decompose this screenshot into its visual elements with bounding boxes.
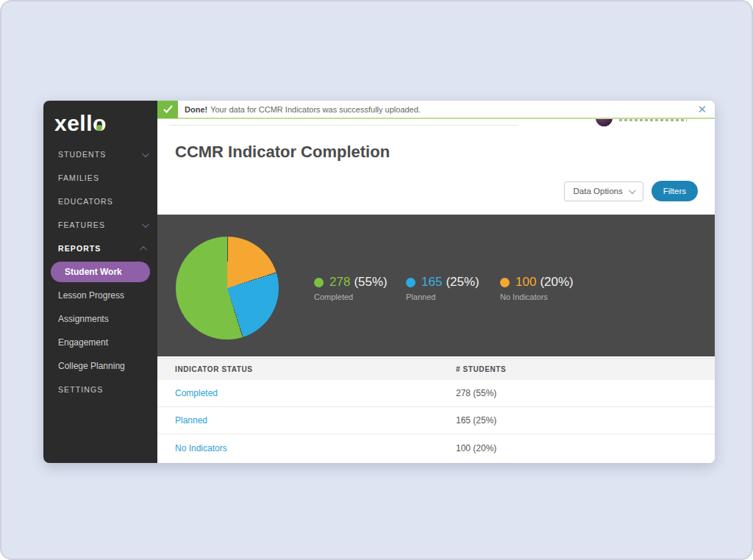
students-count: 278 (55%) [456,388,697,398]
sidebar-item-assignments[interactable]: Assignments [43,307,157,331]
legend-value: 165 [421,275,442,290]
sidebar-item-college-planning[interactable]: College Planning [43,354,157,378]
sidebar-item-engagement[interactable]: Engagement [43,331,157,354]
chevron-down-icon [142,220,149,228]
sidebar-item-settings[interactable]: SETTINGS [43,378,157,401]
app-window: xello STUDENTS FAMILIES EDUCATORS FEATUR… [43,101,715,463]
legend-item-no-indicators: 100 (20%) No Indicators [500,275,574,301]
legend-label: Completed [314,292,388,301]
legend-percent: (25%) [446,275,479,290]
status-link-planned[interactable]: Planned [175,415,456,426]
data-options-button[interactable]: Data Options [564,182,643,201]
desktop-background: xello STUDENTS FAMILIES EDUCATORS FEATUR… [0,0,753,560]
sidebar-item-label: EDUCATORS [58,197,113,206]
legend-dot-blue-icon [406,278,415,287]
sidebar-item-label: Engagement [58,337,108,348]
sidebar-item-reports[interactable]: REPORTS [43,237,157,260]
sidebar-item-label: FEATURES [58,220,105,229]
sidebar: xello STUDENTS FAMILIES EDUCATORS FEATUR… [43,101,157,463]
table-header-row: INDICATOR STATUS # STUDENTS [157,358,715,380]
chevron-down-icon [629,187,636,194]
indicator-table: INDICATOR STATUS # STUDENTS Completed 27… [157,358,715,463]
pie-chart [176,237,279,340]
logo-text: xell [54,111,93,135]
legend-label: Planned [406,292,479,301]
main-content: Done!Your data for CCMR Indicators was s… [157,101,715,463]
chart-panel: 278 (55%) Completed 165 (25%) Planned [157,215,715,356]
legend-label: No Indicators [500,292,574,301]
page-title: CCMR Indicator Completion [175,143,390,162]
sidebar-item-students[interactable]: STUDENTS [43,143,157,166]
legend-item-completed: 278 (55%) Completed [314,275,388,301]
legend-value: 100 [515,275,536,290]
sidebar-item-label: Student Work [65,267,122,277]
sidebar-item-features[interactable]: FEATURES [43,213,157,237]
legend-dot-orange-icon [500,278,510,287]
xello-logo: xello [43,101,157,136]
notification-message: Your data for CCMR Indicators was succes… [210,105,421,114]
status-link-no-indicators[interactable]: No Indicators [175,443,456,453]
column-header-indicator-status: INDICATOR STATUS [175,365,456,373]
column-header-students: # STUDENTS [456,365,697,373]
data-options-label: Data Options [574,187,623,195]
sidebar-item-educators[interactable]: EDUCATORS [43,190,157,213]
sidebar-item-student-work[interactable]: Student Work [51,262,150,282]
user-name-text [619,119,687,121]
toolbar: Data Options Filters [564,181,698,201]
filters-button[interactable]: Filters [652,181,698,201]
legend-item-planned: 165 (25%) Planned [406,275,479,301]
header-divider [169,125,518,126]
students-count: 100 (20%) [456,443,697,453]
notification-title: Done! [185,105,207,114]
legend-dot-green-icon [314,278,324,287]
sidebar-item-label: REPORTS [58,244,101,253]
sidebar-item-label: STUDENTS [58,150,106,159]
sidebar-item-lesson-progress[interactable]: Lesson Progress [43,284,157,307]
legend-percent: (55%) [354,275,387,290]
close-icon[interactable]: ✕ [697,104,707,115]
sidebar-item-families[interactable]: FAMILIES [43,166,157,190]
chevron-down-icon [142,150,149,157]
sidebar-item-label: SETTINGS [58,385,103,394]
sidebar-nav: STUDENTS FAMILIES EDUCATORS FEATURES REP… [43,143,157,401]
sidebar-item-label: Assignments [58,314,109,324]
sidebar-item-label: FAMILIES [58,173,99,182]
status-link-completed[interactable]: Completed [175,388,456,398]
logo-o-green-dot: o [93,111,107,136]
students-count: 165 (25%) [456,415,697,426]
notification-text: Done!Your data for CCMR Indicators was s… [185,105,421,114]
legend-value: 278 [329,275,350,290]
success-check-icon [157,101,178,118]
sidebar-item-label: Lesson Progress [58,290,124,301]
notification-banner: Done!Your data for CCMR Indicators was s… [157,101,715,119]
table-row: Planned 165 (25%) [157,407,715,434]
table-row: No Indicators 100 (20%) [157,434,715,462]
sidebar-item-label: College Planning [58,361,125,371]
legend-percent: (20%) [540,275,573,290]
table-row: Completed 278 (55%) [157,380,715,407]
chevron-up-icon [140,245,147,253]
